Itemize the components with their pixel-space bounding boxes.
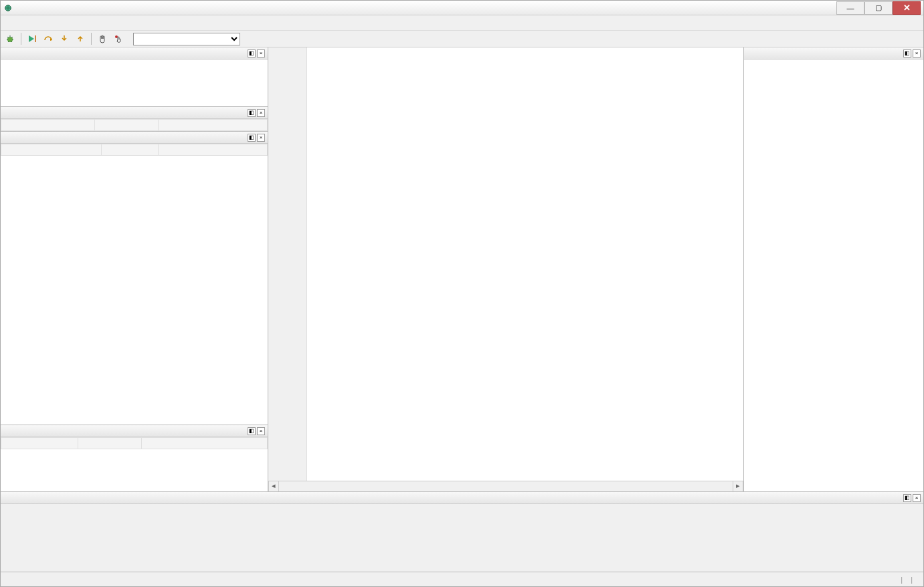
step-over-icon[interactable] [41, 32, 55, 45]
stack-body[interactable] [1, 437, 268, 491]
close-icon[interactable]: × [913, 49, 921, 57]
float-icon[interactable]: ◧ [248, 427, 256, 435]
locals-body[interactable] [1, 119, 268, 131]
stack-panel: ◧× [1, 425, 268, 491]
code-editor[interactable] [268, 47, 743, 481]
title-bar: — ▢ ✕ [1, 1, 923, 15]
float-icon[interactable]: ◧ [248, 134, 256, 142]
menu-file[interactable] [5, 21, 15, 24]
console-body[interactable] [1, 504, 923, 572]
h-scrollbar[interactable]: ◂▸ [268, 481, 743, 491]
menu-view[interactable] [29, 21, 39, 24]
close-button[interactable]: ✕ [893, 1, 921, 15]
breakpoints-body[interactable] [1, 60, 268, 106]
continue-icon[interactable] [25, 32, 39, 45]
step-into-icon[interactable] [58, 32, 71, 45]
outline-column: ◧× [744, 47, 923, 491]
menu-help[interactable] [41, 21, 52, 24]
breakpoint-hand-icon[interactable] [112, 32, 125, 45]
console-panel: ◧× [1, 491, 923, 572]
locals-panel: ◧× [1, 106, 268, 131]
left-column: ◧× ◧× ◧× [1, 47, 268, 491]
step-out-icon[interactable] [74, 32, 87, 45]
status-bar: | | [1, 572, 923, 586]
editor-column: ◂▸ [268, 47, 744, 491]
close-icon[interactable]: × [257, 49, 265, 57]
main-window: — ▢ ✕ ◧× ◧× [0, 0, 924, 587]
menu-edit[interactable] [17, 21, 27, 24]
close-icon[interactable]: × [257, 109, 265, 117]
maximize-button[interactable]: ▢ [864, 1, 893, 15]
app-icon [3, 3, 13, 13]
close-icon[interactable]: × [913, 494, 921, 502]
svg-rect-2 [35, 35, 36, 42]
svg-point-3 [115, 35, 118, 38]
float-icon[interactable]: ◧ [248, 109, 256, 117]
hand-icon[interactable] [96, 32, 109, 45]
loaded-scripts-select[interactable] [133, 33, 240, 45]
float-icon[interactable]: ◧ [903, 49, 911, 57]
minimize-button[interactable]: — [836, 1, 864, 15]
menu-bar [1, 15, 923, 30]
toolbar [1, 30, 923, 47]
float-icon[interactable]: ◧ [903, 494, 911, 502]
globals-body[interactable] [1, 144, 268, 425]
close-icon[interactable]: × [257, 427, 265, 435]
close-icon[interactable]: × [257, 134, 265, 142]
breakpoints-panel: ◧× [1, 47, 268, 106]
float-icon[interactable]: ◧ [248, 49, 256, 57]
globals-panel: ◧× [1, 131, 268, 425]
debug-bug-icon[interactable] [3, 32, 17, 45]
outline-body[interactable] [744, 60, 923, 491]
